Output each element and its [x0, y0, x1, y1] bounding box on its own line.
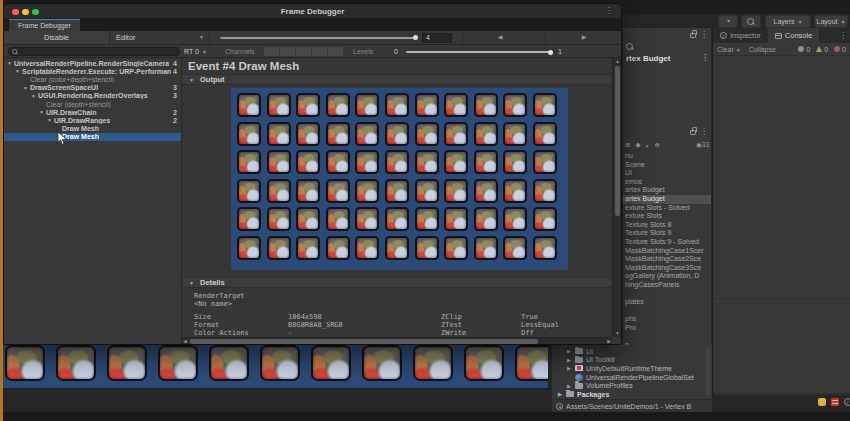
project-list-item[interactable]: plates	[623, 298, 711, 307]
editor-search-button[interactable]	[741, 15, 761, 28]
search-input[interactable]	[8, 47, 180, 56]
project-list-item[interactable]: artex Budget	[623, 195, 711, 204]
event-tree-row[interactable]: ▼ Clear (color+depth+stencil)	[4, 75, 181, 83]
project-list-item[interactable]: hingCasesPanels	[623, 281, 711, 290]
project-scrollbar[interactable]	[706, 347, 710, 397]
create-menu-icon[interactable]: ⊞	[625, 141, 630, 149]
tab-inspector[interactable]: i Inspector	[713, 28, 768, 43]
project-list-item[interactable]: ogGallery (Animation, D	[623, 272, 711, 281]
hierarchy-item[interactable]	[623, 66, 711, 75]
panel-menu-icon[interactable]: ⋮	[700, 31, 708, 39]
fold-arrow-icon[interactable]: ▶	[567, 357, 574, 363]
window-menu-icon[interactable]: ⋮	[605, 7, 613, 15]
history-button[interactable]: ◔	[718, 15, 738, 28]
project-tree-item[interactable]: ▶ UnityDefaultRuntimeTheme	[556, 364, 704, 373]
scroll-down-icon[interactable]: ▼	[615, 330, 620, 337]
event-number-field[interactable]: 4	[422, 33, 452, 43]
hierarchy-item[interactable]	[623, 75, 711, 84]
console-badge[interactable]: 0	[816, 46, 828, 53]
project-list-item[interactable]: Texture Slots 9 - Solved	[623, 238, 711, 247]
previous-event-button[interactable]: ◀	[462, 31, 537, 44]
fold-arrow-icon[interactable]: ▶	[567, 348, 574, 354]
project-list-item[interactable]: Scene	[623, 161, 711, 170]
project-list-item[interactable]: MaskBatchingCase2Sce	[623, 255, 711, 264]
layout-dropdown[interactable]: Layout▼	[814, 15, 848, 28]
fold-arrow-icon[interactable]: ▼	[7, 60, 14, 66]
scene-header[interactable]: rtex Budget ⋮	[626, 54, 709, 63]
vertical-scrollbar-thumb[interactable]	[615, 66, 620, 216]
scene-menu-icon[interactable]: ⋮	[701, 54, 709, 63]
bake-status-icon[interactable]	[818, 398, 826, 406]
channel-button[interactable]	[312, 47, 327, 56]
scroll-up-icon[interactable]: ▲	[615, 58, 620, 65]
fold-arrow-icon[interactable]: ▶	[558, 391, 565, 397]
target-dropdown[interactable]: Editor ▼	[110, 31, 210, 44]
project-list-item[interactable]: MaskBatchingCase3Sce	[623, 264, 711, 273]
project-list-item[interactable]: nu	[623, 152, 711, 161]
levels-slider[interactable]	[406, 51, 552, 53]
filter-icon[interactable]: ◆	[635, 141, 640, 149]
levels-slider-thumb[interactable]	[548, 50, 553, 55]
layers-dropdown[interactable]: Layers▼	[765, 15, 811, 28]
event-tree-row[interactable]: ▼ UGUI.Rendering.RenderOverlays 3	[4, 92, 181, 100]
channel-button[interactable]	[328, 47, 343, 56]
project-tree-item[interactable]: ▶ UniversalRenderPipelineGlobalSet	[556, 373, 704, 382]
next-event-button[interactable]: ▶	[545, 31, 622, 44]
fold-arrow-icon[interactable]: ▶	[567, 383, 574, 389]
clear-button[interactable]: Clear ▼	[713, 46, 745, 53]
fold-arrow-icon[interactable]: ▼	[47, 117, 54, 123]
horizontal-scrollbar-thumb[interactable]	[190, 339, 538, 344]
collapse-button[interactable]: Collapse	[745, 46, 780, 53]
rt-dropdown[interactable]: RT 0▼	[184, 46, 216, 57]
event-tree-row[interactable]: ▼ Clear (depth+stencil)	[4, 100, 181, 108]
channel-button[interactable]	[296, 47, 311, 56]
project-list-item[interactable]: MaskBatchingCase1Scer	[623, 247, 711, 256]
project-tree-item[interactable]: ▶ VolumeProfiles	[556, 381, 704, 390]
console-badge[interactable]: 0	[834, 46, 846, 53]
console-badge[interactable]: 0	[798, 46, 810, 53]
channel-button[interactable]	[264, 47, 279, 56]
lock-icon[interactable]	[690, 130, 696, 135]
fold-arrow-icon[interactable]: ▶	[567, 365, 574, 371]
event-tree-row[interactable]: ▼ UIR.DrawRanges 2	[4, 116, 181, 124]
project-tree-item[interactable]: ▶ UI	[556, 347, 704, 356]
event-slider-thumb[interactable]	[413, 35, 418, 40]
event-tree-row[interactable]: ▼ UIR.DrawChain 2	[4, 108, 181, 116]
tab-console[interactable]: Console	[768, 28, 820, 43]
scroll-right-icon[interactable]: ▶	[607, 338, 611, 344]
event-tree-row[interactable]: ▼ Draw Mesh	[4, 125, 181, 133]
panel-menu-icon[interactable]: ⋮	[700, 128, 708, 136]
breadcrumb[interactable]: Assets/Scenes/UniteDemos/1 - Vertex B	[552, 399, 712, 412]
project-list-item[interactable]: emos	[623, 178, 711, 187]
lock-icon[interactable]	[690, 33, 696, 38]
search-icon[interactable]	[626, 43, 634, 51]
error-status-icon[interactable]	[831, 398, 839, 406]
project-tree-item[interactable]: ▶ UI Toolkit	[556, 356, 704, 365]
project-list-item[interactable]: exture Slots - Solved	[623, 204, 711, 213]
fold-arrow-icon[interactable]: ▼	[23, 85, 30, 91]
event-tree-row[interactable]: ▼ Draw Mesh	[4, 133, 181, 141]
project-list-item[interactable]	[623, 290, 711, 299]
project-list-item[interactable]	[623, 307, 711, 316]
project-list-item[interactable]: UI	[623, 169, 711, 178]
window-titlebar[interactable]: Frame Debugger ⋮	[4, 4, 621, 19]
channel-button[interactable]	[280, 47, 295, 56]
fold-arrow-icon[interactable]: ▼	[31, 93, 38, 99]
event-tree-row[interactable]: ▼ UniversalRenderPipeline.RenderSingleCa…	[4, 59, 181, 67]
details-foldout[interactable]: ▼ Details	[182, 277, 612, 288]
scroll-left-icon[interactable]: ◀	[183, 338, 187, 344]
project-list-item[interactable]: artex Budget	[623, 186, 711, 195]
output-foldout[interactable]: ▼ Output	[182, 74, 612, 85]
event-tree-row[interactable]: ▼ DrawScreenSpaceUI 3	[4, 84, 181, 92]
type-filter-icon[interactable]: ⊕	[654, 141, 659, 149]
project-tree-item[interactable]: ▶ Packages	[556, 390, 704, 399]
fold-arrow-icon[interactable]: ▼	[15, 68, 22, 74]
console-splitter[interactable]	[713, 298, 850, 299]
project-list-item[interactable]: Texture Slots 9	[623, 229, 711, 238]
event-tree-row[interactable]: ▼ ScriptableRenderer.Execute: URP-Perfor…	[4, 67, 181, 75]
horizontal-scrollbar[interactable]: ◀ ▶	[182, 337, 612, 344]
disable-button[interactable]: Disable	[4, 31, 110, 44]
project-list-item[interactable]: Pro	[623, 324, 711, 333]
event-slider[interactable]	[220, 37, 416, 39]
label-icon[interactable]: ◐	[645, 142, 649, 149]
